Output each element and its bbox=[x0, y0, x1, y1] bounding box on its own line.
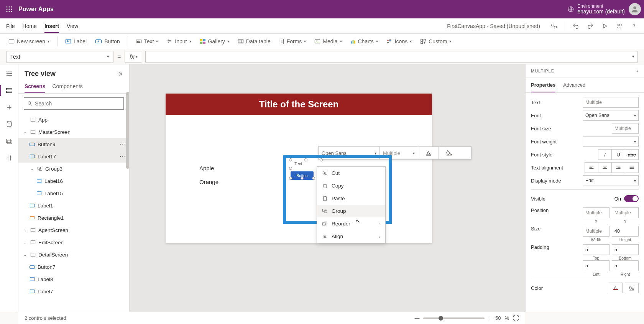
property-selector[interactable]: Text ▾ bbox=[6, 51, 113, 62]
pos-y-input[interactable]: Multiple bbox=[612, 207, 639, 218]
gallery-dropdown[interactable]: Gallery▾ bbox=[197, 37, 232, 46]
node-masterscreen[interactable]: ⌄MasterScreen bbox=[18, 126, 129, 138]
align-left-button[interactable] bbox=[585, 162, 598, 173]
width-input[interactable]: Multiple bbox=[583, 226, 610, 237]
ctx-reorder[interactable]: Reorder› bbox=[317, 217, 385, 230]
pos-x-input[interactable]: Multiple bbox=[583, 207, 610, 218]
close-icon[interactable]: ✕ bbox=[118, 71, 123, 77]
node-button9[interactable]: Button9⋯ bbox=[18, 138, 129, 150]
share-icon[interactable] bbox=[616, 22, 623, 30]
text-dropdown[interactable]: ab Text▾ bbox=[133, 37, 161, 46]
ctx-cut[interactable]: Cut bbox=[317, 167, 385, 179]
environment-picker[interactable]: Environment enayu.com (default) bbox=[567, 4, 625, 15]
underline-button[interactable]: U bbox=[611, 149, 625, 160]
prop-fontweight-select[interactable]: ▾ bbox=[583, 136, 639, 147]
node-label16[interactable]: Label16 bbox=[18, 175, 129, 187]
zoom-in-button[interactable]: + bbox=[488, 315, 491, 321]
more-icon[interactable]: ⋯ bbox=[120, 141, 125, 147]
height-input[interactable]: 40 bbox=[612, 226, 639, 237]
node-label17[interactable]: Label17⋯ bbox=[18, 150, 129, 163]
play-icon[interactable] bbox=[601, 22, 609, 30]
prop-fontsize-input[interactable]: Multiple bbox=[612, 123, 639, 134]
help-icon[interactable] bbox=[630, 22, 638, 30]
add-icon[interactable] bbox=[5, 103, 14, 112]
menu-home[interactable]: Home bbox=[23, 19, 37, 33]
app-checker-icon[interactable] bbox=[550, 22, 558, 30]
menu-insert[interactable]: Insert bbox=[44, 19, 59, 33]
ctx-align[interactable]: Align› bbox=[317, 230, 385, 243]
node-label15[interactable]: Label15 bbox=[18, 187, 129, 199]
search-input[interactable] bbox=[24, 97, 124, 110]
menu-file[interactable]: File bbox=[6, 19, 15, 33]
align-right-button[interactable] bbox=[611, 162, 625, 173]
italic-button[interactable]: I bbox=[598, 149, 612, 160]
hamburger-icon[interactable] bbox=[5, 69, 14, 78]
scrollbar[interactable] bbox=[126, 92, 129, 169]
font-color-button[interactable]: A bbox=[418, 147, 439, 159]
icons-dropdown[interactable]: Icons▾ bbox=[384, 37, 414, 46]
new-screen-button[interactable]: New screen▾ bbox=[6, 37, 52, 46]
data-icon[interactable] bbox=[5, 120, 14, 129]
zoom-out-button[interactable]: — bbox=[414, 315, 419, 321]
node-label1[interactable]: Label1 bbox=[18, 199, 129, 212]
node-detailscreen[interactable]: ⌄DetailScreen bbox=[18, 248, 129, 261]
ctx-paste[interactable]: Paste bbox=[317, 192, 385, 205]
tab-properties[interactable]: Properties bbox=[531, 82, 555, 92]
waffle-icon[interactable] bbox=[3, 3, 15, 15]
more-icon[interactable]: ⋯ bbox=[120, 153, 125, 160]
pad-right-input[interactable]: 5 bbox=[612, 260, 639, 271]
tab-advanced[interactable]: Advanced bbox=[563, 82, 585, 92]
node-label7[interactable]: Label7 bbox=[18, 285, 129, 298]
node-agentscreen[interactable]: ›AgentScreen bbox=[18, 224, 129, 236]
node-group3[interactable]: ⌄Group3 bbox=[18, 163, 129, 175]
label-apple[interactable]: Apple bbox=[199, 165, 214, 171]
pad-left-input[interactable]: 5 bbox=[583, 260, 610, 271]
chevron-right-icon[interactable]: › bbox=[636, 68, 639, 74]
undo-icon[interactable] bbox=[572, 22, 580, 30]
text-color-button[interactable]: A bbox=[609, 283, 623, 293]
node-editscreen[interactable]: ›EditScreen bbox=[18, 236, 129, 248]
tab-screens[interactable]: Screens bbox=[25, 80, 45, 93]
treeview-icon[interactable] bbox=[5, 86, 14, 95]
fill-color-button[interactable] bbox=[625, 283, 639, 293]
font-selector[interactable]: Open Sans▾ bbox=[319, 147, 380, 159]
media-rail-icon[interactable] bbox=[5, 137, 14, 146]
button-button[interactable]: Button bbox=[93, 37, 122, 46]
pad-top-input[interactable]: 5 bbox=[583, 244, 610, 255]
strike-button[interactable]: abc bbox=[625, 149, 639, 160]
pad-bottom-input[interactable]: 5 bbox=[612, 244, 639, 255]
menu-view[interactable]: View bbox=[67, 19, 78, 33]
fill-color-button[interactable] bbox=[439, 147, 460, 159]
ctx-copy[interactable]: Copy bbox=[317, 179, 385, 192]
label-orange[interactable]: Orange bbox=[199, 179, 219, 185]
avatar[interactable] bbox=[629, 3, 641, 15]
node-rectangle1[interactable]: Rectangle1 bbox=[18, 212, 129, 224]
charts-dropdown[interactable]: Charts▾ bbox=[348, 37, 380, 46]
prop-text-input[interactable]: Multiple bbox=[583, 97, 639, 108]
fit-button[interactable]: ⛶ bbox=[513, 315, 519, 322]
fx-button[interactable]: fx▾ bbox=[125, 51, 141, 62]
forms-dropdown[interactable]: Forms▾ bbox=[277, 37, 309, 46]
redo-icon[interactable] bbox=[586, 22, 594, 30]
label-button[interactable]: Label bbox=[63, 37, 89, 46]
formula-input[interactable]: ▾ bbox=[145, 51, 638, 62]
prop-display-select[interactable]: Edit▾ bbox=[583, 175, 639, 186]
tab-components[interactable]: Components bbox=[52, 80, 82, 93]
canvas-area[interactable]: Title of the Screen Apple Orange Open Sa… bbox=[130, 64, 525, 312]
search-field[interactable] bbox=[35, 100, 120, 107]
ctx-group[interactable]: Group bbox=[317, 205, 385, 217]
media-dropdown[interactable]: Media▾ bbox=[312, 37, 344, 46]
node-button7[interactable]: Button7 bbox=[18, 261, 129, 273]
fontsize-selector[interactable]: Multiple▾ bbox=[380, 147, 418, 159]
align-center-button[interactable] bbox=[598, 162, 612, 173]
prop-font-select[interactable]: Open Sans▾ bbox=[583, 110, 639, 121]
tools-icon[interactable] bbox=[5, 153, 14, 163]
node-label8[interactable]: Label8 bbox=[18, 273, 129, 285]
input-dropdown[interactable]: Input▾ bbox=[164, 37, 193, 46]
zoom-slider[interactable] bbox=[423, 317, 485, 319]
selected-text-label[interactable]: Text bbox=[294, 161, 302, 166]
datatable-button[interactable]: Data table bbox=[235, 37, 273, 46]
custom-dropdown[interactable]: Custom▾ bbox=[418, 37, 453, 46]
node-app[interactable]: App bbox=[18, 113, 129, 126]
align-justify-button[interactable] bbox=[625, 162, 639, 173]
